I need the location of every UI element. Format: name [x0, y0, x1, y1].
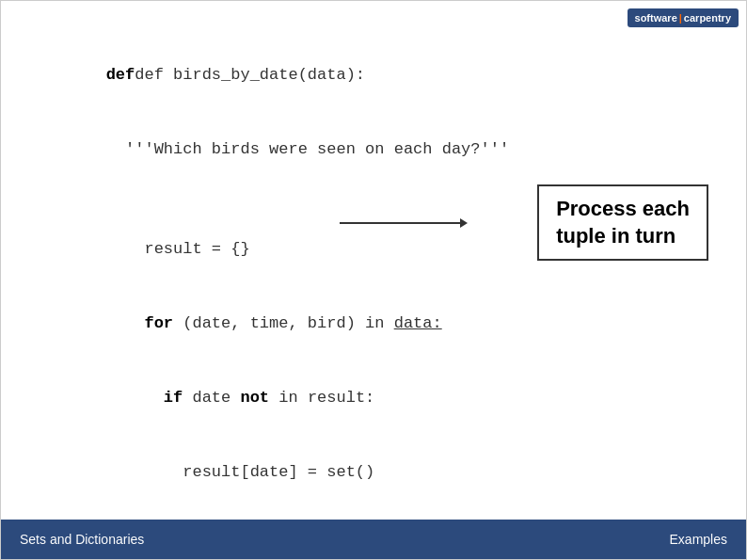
bottom-bar: Sets and Dictionaries Examples — [1, 520, 746, 559]
keyword-for: for — [144, 314, 173, 332]
footer-right: Examples — [670, 532, 727, 547]
code-docstring: '''Which birds were seen on each day?''' — [106, 140, 509, 158]
code-in-result: in result: — [269, 389, 374, 407]
main-content: defdef birds_by_date(data): '''Which bir… — [29, 39, 718, 512]
annotation-line2: tuple in turn — [556, 223, 690, 250]
logo-software: software — [635, 12, 677, 24]
arrow-line — [340, 222, 462, 224]
arrow-container — [340, 222, 462, 224]
code-if-date: date — [183, 389, 240, 407]
keyword-not: not — [240, 389, 269, 407]
keyword-if: if — [164, 389, 183, 407]
arrow-head — [460, 218, 468, 228]
footer-left: Sets and Dictionaries — [20, 532, 144, 547]
code-line-7: result[date] = set() — [29, 436, 718, 510]
code-line-1: defdef birds_by_date(data): — [29, 39, 718, 113]
code-indent-for — [106, 314, 145, 332]
code-text: def birds_by_date(data): — [135, 66, 365, 84]
annotation-box: Process each tuple in turn — [537, 184, 708, 261]
logo-divider: | — [679, 12, 682, 24]
code-set-init: result[date] = set() — [106, 463, 375, 481]
keyword-def: def — [106, 66, 135, 84]
slide: software | carpentry defdef birds_by_dat… — [0, 0, 747, 560]
logo-area: software | carpentry — [628, 8, 739, 27]
code-data-underline: data: — [394, 314, 442, 332]
annotation-line1: Process each — [556, 196, 690, 223]
logo-carpentry: carpentry — [684, 12, 731, 24]
code-line-2: '''Which birds were seen on each day?''' — [29, 113, 718, 187]
code-line-6: if date not in result: — [29, 360, 718, 435]
code-block: defdef birds_by_date(data): '''Which bir… — [29, 39, 718, 560]
code-indent-if — [106, 389, 164, 407]
code-line-5: for (date, time, bird) in data: — [29, 286, 718, 360]
code-for-tuple: (date, time, bird) in — [173, 314, 394, 332]
code-result-init: result = {} — [106, 240, 250, 258]
